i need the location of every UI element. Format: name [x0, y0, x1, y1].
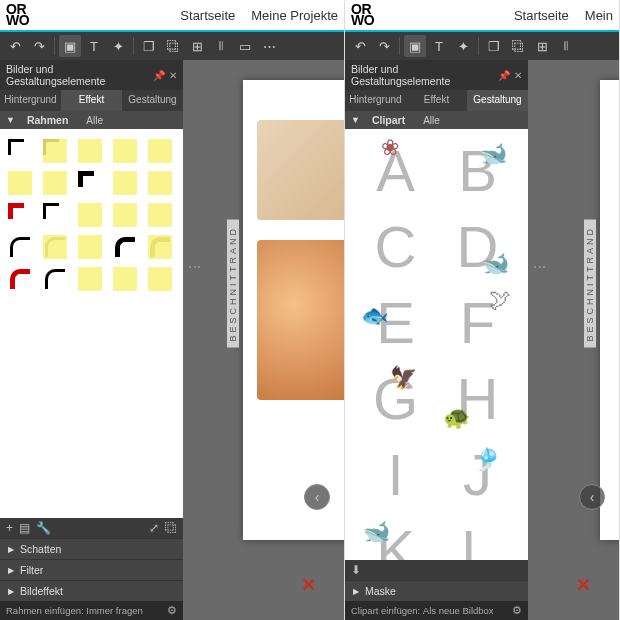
clipart-item[interactable]: I [357, 437, 435, 511]
shape-tool[interactable]: ✦ [107, 35, 129, 57]
collapse-button[interactable]: ‹ [304, 484, 330, 510]
shape-tool[interactable]: ✦ [452, 35, 474, 57]
frame-item[interactable] [113, 171, 137, 195]
layers-icon[interactable]: ❐ [138, 35, 160, 57]
clipart-item[interactable]: A❀ [357, 133, 435, 207]
accordion-mask[interactable]: ▶Maske [345, 580, 528, 601]
accordion-imageeffect[interactable]: ▶Bildeffekt [0, 580, 183, 601]
redo-button[interactable]: ↷ [373, 35, 395, 57]
delete-icon[interactable]: ✕ [576, 574, 591, 596]
copy-icon[interactable]: ⿻ [162, 35, 184, 57]
align-icon[interactable]: ⊞ [186, 35, 208, 57]
filter-all[interactable]: Alle [423, 115, 440, 126]
frame-item[interactable] [8, 171, 32, 195]
tab-background[interactable]: Hintergrund [345, 90, 406, 111]
frame-item[interactable] [148, 139, 172, 163]
tab-design[interactable]: Gestaltung [467, 90, 528, 111]
collapse-button[interactable]: ‹ [579, 484, 605, 510]
photo-placeholder[interactable] [257, 240, 344, 400]
frame-item[interactable] [78, 203, 102, 227]
document-page[interactable] [600, 80, 619, 540]
clipart-item[interactable]: E🐟 [357, 285, 435, 359]
clipart-item[interactable]: C [357, 209, 435, 283]
frame-item[interactable] [43, 235, 67, 259]
frame-item[interactable] [148, 267, 172, 291]
nav-projects[interactable]: Meine Projekte [251, 8, 338, 23]
text-tool[interactable]: T [428, 35, 450, 57]
undo-button[interactable]: ↶ [349, 35, 371, 57]
logo[interactable]: ORWO [6, 4, 29, 26]
nav-projects[interactable]: Mein [585, 8, 613, 23]
clipart-item[interactable]: D🐋 [439, 209, 517, 283]
wrench-icon[interactable]: 🔧 [36, 521, 51, 535]
filter-all[interactable]: Alle [86, 115, 103, 126]
download-icon[interactable]: ⬇ [351, 563, 361, 577]
nav-home[interactable]: Startseite [180, 8, 235, 23]
layers-icon[interactable]: ▤ [19, 521, 30, 535]
distribute-icon[interactable]: ⫴ [210, 35, 232, 57]
pin-icon[interactable]: 📌 [498, 70, 510, 81]
image-tool[interactable]: ▣ [59, 35, 81, 57]
clipart-item[interactable]: B🐋 [439, 133, 517, 207]
text-tool[interactable]: T [83, 35, 105, 57]
frame-item[interactable] [43, 203, 67, 227]
frame-item[interactable] [43, 267, 67, 291]
tab-effect[interactable]: Effekt [61, 90, 122, 111]
frame-item[interactable] [8, 267, 32, 291]
clipart-item[interactable]: G🦅 [357, 361, 435, 435]
canvas[interactable]: ⋮ BESCHNITTRAND ‹ ✕ [528, 60, 619, 620]
frame-item[interactable] [113, 235, 137, 259]
accordion-shadow[interactable]: ▶Schatten [0, 538, 183, 559]
drag-handle[interactable]: ⋮ [187, 260, 203, 274]
section-header[interactable]: ▼ Clipart Alle [345, 111, 528, 129]
photo-placeholder[interactable] [257, 120, 344, 220]
tab-effect[interactable]: Effekt [406, 90, 467, 111]
copy-icon[interactable]: ⿻ [507, 35, 529, 57]
group-icon[interactable]: ▭ [234, 35, 256, 57]
close-icon[interactable]: ✕ [514, 70, 522, 81]
frame-item[interactable] [148, 203, 172, 227]
frame-item[interactable] [148, 171, 172, 195]
clipart-item[interactable]: J🎐 [439, 437, 517, 511]
undo-button[interactable]: ↶ [4, 35, 26, 57]
copy-icon[interactable]: ⿻ [165, 521, 177, 535]
tab-design[interactable]: Gestaltung [122, 90, 183, 111]
frame-item[interactable] [148, 235, 172, 259]
frame-item[interactable] [78, 267, 102, 291]
tab-background[interactable]: Hintergrund [0, 90, 61, 111]
section-header[interactable]: ▼ Rahmen Alle [0, 111, 183, 129]
logo[interactable]: ORWO [351, 4, 374, 26]
clipart-item[interactable]: H🐢 [439, 361, 517, 435]
align-icon[interactable]: ⊞ [531, 35, 553, 57]
frame-item[interactable] [78, 235, 102, 259]
frame-item[interactable] [78, 171, 102, 195]
frame-item[interactable] [113, 203, 137, 227]
close-icon[interactable]: ✕ [169, 70, 177, 81]
gear-icon[interactable]: ⚙ [167, 604, 177, 617]
clipart-item[interactable]: L [439, 513, 517, 560]
frame-item[interactable] [78, 139, 102, 163]
delete-icon[interactable]: ✕ [301, 574, 316, 596]
distribute-icon[interactable]: ⫴ [555, 35, 577, 57]
clipart-item[interactable]: F🕊 [439, 285, 517, 359]
frame-item[interactable] [8, 203, 32, 227]
canvas[interactable]: ⋮ BESCHNITTRAND ‹ ✕ [183, 60, 344, 620]
more-icon[interactable]: ⋯ [258, 35, 280, 57]
accordion-filter[interactable]: ▶Filter [0, 559, 183, 580]
nav-home[interactable]: Startseite [514, 8, 569, 23]
frame-item[interactable] [8, 235, 32, 259]
expand-icon[interactable]: ⤢ [149, 521, 159, 535]
frame-item[interactable] [43, 171, 67, 195]
gear-icon[interactable]: ⚙ [512, 604, 522, 617]
document-page[interactable] [243, 80, 344, 540]
layers-icon[interactable]: ❐ [483, 35, 505, 57]
frame-item[interactable] [43, 139, 67, 163]
frame-item[interactable] [113, 267, 137, 291]
image-tool[interactable]: ▣ [404, 35, 426, 57]
drag-handle[interactable]: ⋮ [532, 260, 548, 274]
add-icon[interactable]: + [6, 521, 13, 535]
frame-item[interactable] [113, 139, 137, 163]
clipart-item[interactable]: K🐋 [357, 513, 435, 560]
redo-button[interactable]: ↷ [28, 35, 50, 57]
pin-icon[interactable]: 📌 [153, 70, 165, 81]
